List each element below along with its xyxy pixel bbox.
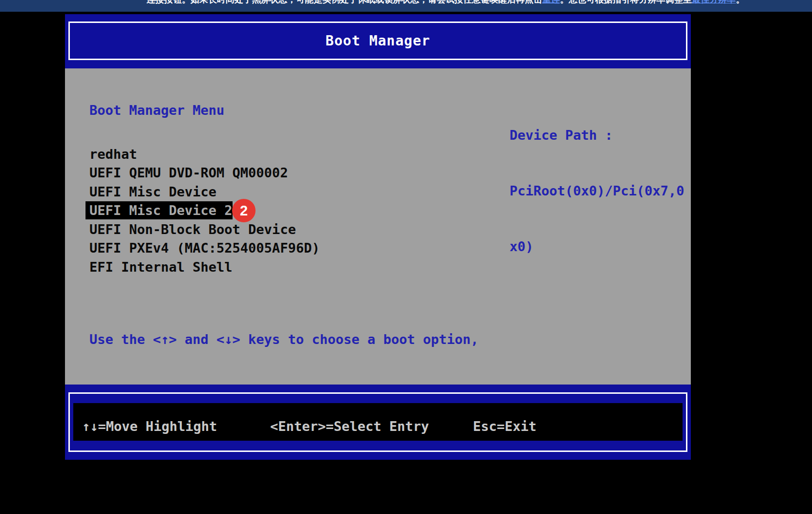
key-hint-select-entry: <Enter>=Select Entry: [270, 419, 429, 434]
notification-text-segment: 。您也可根据指引将分辨率调整至: [560, 0, 692, 4]
console-notification-bar: 连接按钮。如果长时间处于黑屏状态，可能是实例处于休眠或锁屏状态，请尝试按任意键唤…: [0, 0, 812, 12]
device-path-line: x0): [510, 237, 678, 256]
device-path-line: PciRoot(0x0)/Pci(0x7,0: [510, 182, 678, 200]
header-border-box: Boot Manager: [68, 21, 687, 60]
best-resolution-link[interactable]: 最佳分辨率: [692, 0, 736, 4]
notification-text-segment: 连接按钮。如果长时间处于黑屏状态，可能是实例处于休眠或锁屏状态，请尝试按任意键唤…: [147, 0, 542, 4]
boot-entry-non-block-boot-device[interactable]: UEFI Non-Block Boot Device: [89, 220, 320, 239]
console-notification-text: 连接按钮。如果长时间处于黑屏状态，可能是实例处于休眠或锁屏状态，请尝试按任意键唤…: [147, 0, 745, 5]
page-title: Boot Manager: [325, 33, 430, 49]
boot-entry-label: UEFI Misc Device 2: [85, 201, 233, 219]
annotation-badge-2[interactable]: 2: [232, 199, 256, 222]
boot-entry-label: UEFI QEMU DVD-ROM QM00002: [89, 165, 288, 180]
boot-entry-label: UEFI PXEv4 (MAC:5254005AF96D): [89, 240, 320, 256]
boot-entry-redhat[interactable]: redhat: [89, 145, 320, 164]
key-hint-move-highlight: ↑↓=Move Highlight: [82, 419, 217, 434]
boot-manager-header: Boot Manager: [65, 14, 691, 68]
boot-entry-misc-device-2-selected[interactable]: UEFI Misc Device 2: [89, 201, 320, 220]
help-line: Use the <↑> and <↓> keys to choose a boo…: [89, 330, 479, 349]
notification-text-segment: 。: [736, 0, 745, 4]
boot-entry-label: UEFI Misc Device: [89, 184, 216, 199]
boot-entry-pxev4[interactable]: UEFI PXEv4 (MAC:5254005AF96D): [89, 239, 320, 258]
boot-entry-misc-device[interactable]: UEFI Misc Device: [89, 182, 320, 201]
key-hint-footer: ↑↓=Move Highlight <Enter>=Select Entry E…: [65, 385, 691, 460]
boot-entry-label: UEFI Non-Block Boot Device: [89, 222, 296, 237]
device-path-line: Device Path :: [510, 126, 678, 145]
reconnect-link[interactable]: 重连: [542, 0, 560, 4]
key-hint-esc-exit: Esc=Exit: [473, 419, 536, 434]
boot-entry-efi-internal-shell[interactable]: EFI Internal Shell: [89, 257, 320, 277]
device-path-panel: Device Path : PciRoot(0x0)/Pci(0x7,0 x0): [510, 89, 678, 293]
boot-entry-list: redhat UEFI QEMU DVD-ROM QM00002 UEFI Mi…: [89, 145, 320, 277]
boot-manager-menu-title: Boot Manager Menu: [89, 101, 224, 120]
boot-entry-label: EFI Internal Shell: [89, 259, 233, 275]
boot-manager-body: Boot Manager Menu redhat UEFI QEMU DVD-R…: [65, 68, 691, 385]
boot-entry-label: redhat: [89, 147, 137, 162]
boot-entry-dvd-rom[interactable]: UEFI QEMU DVD-ROM QM00002: [89, 164, 320, 183]
